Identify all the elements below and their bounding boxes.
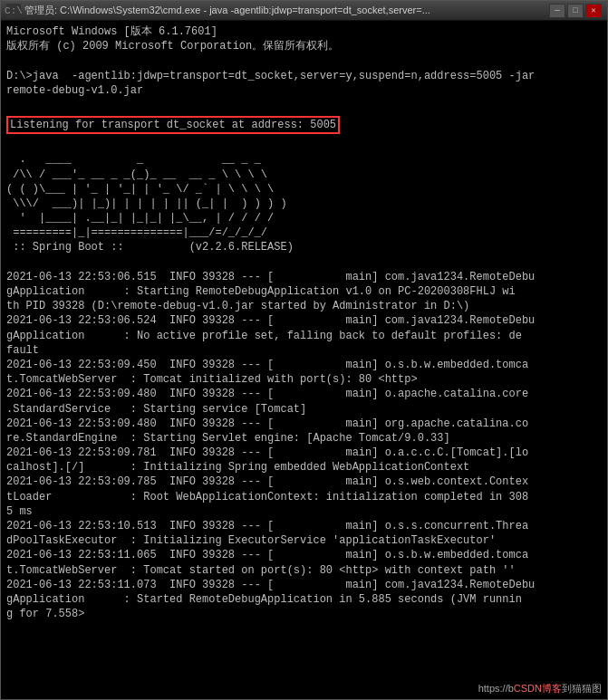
log-line-10: 2021-06-13 22:53:11.073 INFO 39328 --- [… xyxy=(6,578,602,622)
listening-status: Listening for transport dt_socket at add… xyxy=(6,116,340,134)
log-line-6: 2021-06-13 22:53:09.781 INFO 39328 --- [… xyxy=(6,446,602,475)
console-line-blank2 xyxy=(6,98,602,112)
log-line-3: 2021-06-13 22:53:09.450 INFO 39328 --- [… xyxy=(6,358,602,387)
watermark: https://bCSDN博客到猫猫图 xyxy=(478,682,602,695)
listening-highlight-wrapper: Listening for transport dt_socket at add… xyxy=(6,114,602,136)
log-blank xyxy=(6,255,602,270)
banner-line-5: ' |____| .__|_| |_|_| |_\__, | / / / / xyxy=(6,211,602,225)
log-line-7: 2021-06-13 22:53:09.785 INFO 39328 --- [… xyxy=(6,475,602,519)
log-line-5: 2021-06-13 22:53:09.480 INFO 39328 --- [… xyxy=(6,417,602,446)
banner-line-7: :: Spring Boot :: (v2.2.6.RELEASE) xyxy=(6,240,602,254)
console-area: Microsoft Windows [版本 6.1.7601] 版权所有 (c)… xyxy=(1,21,607,699)
banner-line-1: . ____ _ __ _ _ xyxy=(6,152,602,167)
title-bar-buttons: ─ □ ✕ xyxy=(549,4,602,18)
banner-line-4: \\\/ ___)| |_)| | | | | || (_| | ) ) ) ) xyxy=(6,197,602,211)
console-line-java-cmd: D:\>java -agentlib:jdwp=transport=dt_soc… xyxy=(6,69,602,83)
window-icon: C:\ xyxy=(6,4,21,18)
banner-line-blank xyxy=(6,138,602,152)
log-line-8: 2021-06-13 22:53:10.513 INFO 39328 --- [… xyxy=(6,519,602,548)
cmd-window: C:\ 管理员: C:\Windows\System32\cmd.exe - j… xyxy=(0,0,608,700)
log-line-1: 2021-06-13 22:53:06.515 INFO 39328 --- [… xyxy=(6,270,602,314)
log-line-9: 2021-06-13 22:53:11.065 INFO 39328 --- [… xyxy=(6,548,602,577)
console-line-copyright: 版权所有 (c) 2009 Microsoft Corporation。保留所有… xyxy=(6,39,602,53)
banner-line-3: ( ( )\___ | '_ | '_| | '_ \/ _` | \ \ \ … xyxy=(6,182,602,197)
console-line-jar: remote-debug-v1.0.jar xyxy=(6,83,602,98)
maximize-button[interactable]: □ xyxy=(567,4,584,18)
console-line-win-version: Microsoft Windows [版本 6.1.7601] xyxy=(6,24,602,39)
banner-line-2: /\\ / ___'_ __ _ _(_)_ __ __ _ \ \ \ \ xyxy=(6,168,602,182)
log-line-2: 2021-06-13 22:53:06.524 INFO 39328 --- [… xyxy=(6,313,602,358)
banner-line-6: =========|_|==============|___/=/_/_/_/ xyxy=(6,225,602,240)
console-line-blank1 xyxy=(6,53,602,68)
title-bar: C:\ 管理员: C:\Windows\System32\cmd.exe - j… xyxy=(1,1,607,21)
minimize-button[interactable]: ─ xyxy=(549,4,565,18)
title-bar-text: 管理员: C:\Windows\System32\cmd.exe - java … xyxy=(24,4,545,17)
spring-boot-banner: . ____ _ __ _ _ /\\ / ___'_ __ _ _(_)_ _… xyxy=(6,138,602,255)
log-line-4: 2021-06-13 22:53:09.480 INFO 39328 --- [… xyxy=(6,387,602,416)
close-button[interactable]: ✕ xyxy=(585,4,602,18)
